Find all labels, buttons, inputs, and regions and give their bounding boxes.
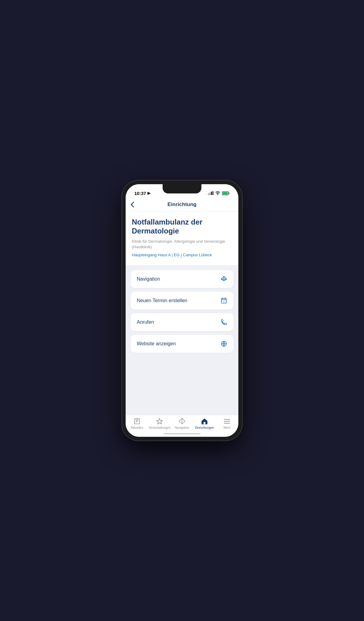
svg-rect-6 [223, 192, 228, 194]
tab-aktuelles-label: Aktuelles [131, 426, 143, 429]
status-time: 10:37 ▶ [134, 191, 150, 196]
svg-rect-10 [204, 422, 205, 424]
facility-info-card: Notfallambulanz der Dermatologie Klinik … [126, 212, 238, 265]
svg-rect-1 [209, 193, 210, 195]
page-title: Einrichtung [168, 201, 196, 208]
tab-einrichtungen[interactable]: Einrichtungen [193, 418, 216, 429]
nav-tab-icon [178, 418, 186, 425]
status-icons [208, 191, 230, 195]
location-arrow-icon: ▶ [148, 191, 150, 195]
website-label: Website anzeigen [137, 341, 176, 347]
content-spacer [126, 358, 238, 413]
home-bar [164, 433, 200, 434]
menu-icon [223, 418, 231, 425]
time-display: 10:37 [134, 191, 146, 196]
svg-rect-3 [212, 191, 213, 195]
nav-header: Einrichtung [126, 199, 238, 212]
svg-rect-2 [211, 192, 212, 195]
home-indicator [126, 431, 238, 437]
phone-icon [220, 319, 227, 326]
signal-icon [208, 191, 213, 195]
globe-icon [220, 340, 227, 347]
phone-device: 10:37 ▶ [122, 181, 242, 440]
website-button[interactable]: Website anzeigen [131, 335, 233, 353]
star-icon [156, 418, 163, 425]
navigation-icon [220, 276, 227, 282]
wifi-icon [215, 191, 220, 195]
facility-location: Haupteingang Haus A | EG | Campus Lübeck [132, 252, 232, 258]
navigation-label: Navigation [137, 276, 160, 282]
call-label: Anrufen [137, 319, 154, 325]
tab-mehr-label: Mehr [224, 426, 231, 429]
calendar-icon: 1 [220, 297, 227, 304]
tab-navigation[interactable]: Navigation [171, 418, 193, 429]
tab-navigation-label: Navigation [175, 426, 189, 429]
tab-veranstaltungen-label: Veranstaltungen [148, 426, 171, 429]
tab-aktuelles[interactable]: Aktuelles [126, 418, 148, 429]
battery-icon [222, 191, 230, 195]
facility-name: Notfallambulanz der Dermatologie [132, 218, 232, 236]
call-button[interactable]: Anrufen [131, 313, 233, 331]
book-icon [133, 418, 141, 425]
appointment-label: Neuen Termin erstellen [137, 298, 187, 303]
appointment-button[interactable]: Neuen Termin erstellen 1 [131, 292, 233, 310]
svg-rect-0 [208, 193, 209, 195]
house-icon [201, 418, 208, 425]
svg-text:1: 1 [223, 301, 224, 303]
actions-area: Navigation Neuen Termin erstellen [126, 265, 238, 358]
facility-subtitle: Klinik für Dermatologie, Allergologie un… [132, 239, 232, 250]
tab-bar: Aktuelles Veranstaltungen Navigation [126, 415, 238, 431]
tab-mehr[interactable]: Mehr [216, 418, 238, 429]
notch [163, 184, 201, 193]
back-button[interactable] [131, 201, 134, 208]
svg-rect-5 [229, 193, 230, 194]
navigation-button[interactable]: Navigation [131, 270, 233, 288]
tab-veranstaltungen[interactable]: Veranstaltungen [148, 418, 171, 429]
tab-einrichtungen-label: Einrichtungen [195, 426, 214, 429]
phone-screen: 10:37 ▶ [126, 184, 238, 437]
content-area: Notfallambulanz der Dermatologie Klinik … [126, 212, 238, 415]
